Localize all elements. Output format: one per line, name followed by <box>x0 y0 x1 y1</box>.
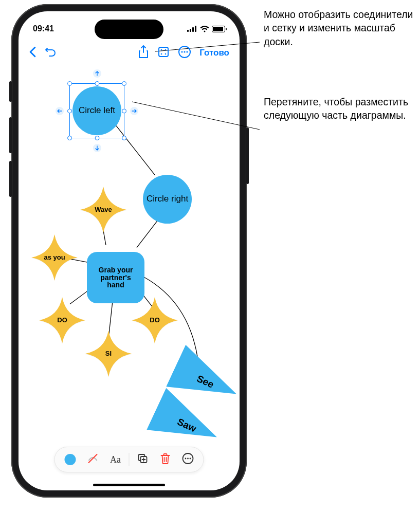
undo-button[interactable] <box>41 46 61 60</box>
svg-point-11 <box>184 51 186 52</box>
text-format-icon: Aa <box>110 454 121 465</box>
svg-point-5 <box>161 49 162 51</box>
delete-button[interactable] <box>155 450 176 469</box>
top-toolbar: Готово <box>19 40 240 66</box>
home-indicator[interactable] <box>93 484 165 486</box>
connector-handle-top[interactable] <box>93 69 101 78</box>
no-line-icon <box>87 452 99 467</box>
resize-handle-left-mid[interactable] <box>67 108 72 113</box>
resize-handle-bottom-mid[interactable] <box>95 136 99 140</box>
volume-up-button[interactable] <box>9 117 12 153</box>
status-time: 09:41 <box>33 24 54 33</box>
shape-rounded-square[interactable]: Grab your partner's hand <box>87 252 144 303</box>
svg-rect-2 <box>192 27 194 32</box>
phone-frame: 09:41 <box>11 4 247 498</box>
formatting-bar: Aa <box>54 447 204 472</box>
svg-point-10 <box>181 51 183 52</box>
svg-point-20 <box>187 458 189 460</box>
share-icon <box>138 45 149 61</box>
dynamic-island <box>95 20 163 39</box>
resize-handle-right-mid[interactable] <box>122 108 126 113</box>
back-button[interactable] <box>25 46 41 60</box>
more-icon <box>178 45 191 61</box>
svg-point-8 <box>165 53 167 55</box>
svg-point-21 <box>190 458 191 460</box>
shape-star-do-left[interactable]: DO <box>39 297 85 343</box>
board-options-button[interactable] <box>153 46 174 60</box>
shape-label: Grab your partner's hand <box>91 266 140 289</box>
shape-label: as you <box>31 254 78 261</box>
shape-label: SI <box>85 350 132 357</box>
wifi-icon <box>200 26 209 32</box>
shape-circle-left[interactable]: Circle left <box>72 86 121 135</box>
svg-point-7 <box>161 53 162 55</box>
shape-label: DO <box>39 317 85 324</box>
text-format-button[interactable]: Aa <box>105 450 126 469</box>
resize-handle-bottom-right[interactable] <box>122 136 126 140</box>
power-button[interactable] <box>246 127 249 184</box>
silent-switch[interactable] <box>9 81 12 102</box>
copy-icon <box>137 453 149 466</box>
no-stroke-button[interactable] <box>83 450 103 469</box>
svg-rect-3 <box>195 26 196 32</box>
resize-handle-top-right[interactable] <box>122 81 126 86</box>
phone-screen: 09:41 <box>19 11 240 490</box>
svg-rect-0 <box>187 30 189 32</box>
callout-drag-handle: Перетяните, чтобы разместить следующую ч… <box>264 95 418 122</box>
connector-handle-bottom[interactable] <box>93 144 101 152</box>
shape-star-do-right[interactable]: DO <box>132 297 178 343</box>
undo-icon <box>45 46 57 60</box>
callout-board-options: Можно отобразить соединители и сетку и и… <box>264 8 418 48</box>
battery-icon <box>212 26 225 32</box>
overflow-icon <box>182 452 194 467</box>
svg-rect-4 <box>159 47 168 57</box>
cellular-signal-icon <box>187 26 197 32</box>
back-icon <box>29 46 36 60</box>
fill-color-button[interactable] <box>60 450 81 469</box>
shape-star-si[interactable]: SI <box>85 331 132 377</box>
svg-point-6 <box>165 49 167 51</box>
volume-down-button[interactable] <box>9 161 12 197</box>
share-button[interactable] <box>134 45 153 61</box>
delete-icon <box>160 453 171 466</box>
divider <box>129 453 130 466</box>
board-options-icon <box>157 46 170 60</box>
shape-label: Wave <box>80 206 126 213</box>
svg-rect-1 <box>190 29 191 32</box>
format-more-button[interactable] <box>178 450 198 469</box>
connector-handle-left[interactable] <box>56 107 64 115</box>
resize-handle-top-left[interactable] <box>67 81 72 86</box>
done-button[interactable]: Готово <box>195 48 233 58</box>
canvas[interactable]: Circle left Circle right <box>19 66 240 444</box>
duplicate-button[interactable] <box>133 450 153 469</box>
more-button[interactable] <box>174 45 195 61</box>
shape-star-wave[interactable]: Wave <box>80 187 126 233</box>
shape-label: DO <box>132 317 178 324</box>
svg-point-12 <box>187 51 188 52</box>
fill-color-icon <box>65 454 76 465</box>
resize-handle-bottom-left[interactable] <box>67 136 72 140</box>
connector-handle-right[interactable] <box>130 107 138 115</box>
resize-handle-top-mid[interactable] <box>95 81 99 86</box>
svg-point-19 <box>185 458 187 460</box>
shape-star-asyou[interactable]: as you <box>31 234 78 281</box>
shape-circle-right[interactable]: Circle right <box>143 175 192 224</box>
